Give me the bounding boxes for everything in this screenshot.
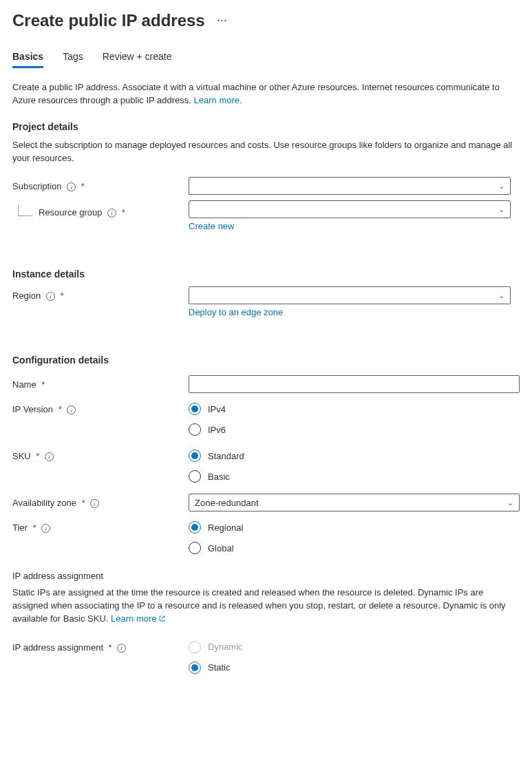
info-icon[interactable]: i [90,499,99,508]
project-desc: Select the subscription to manage deploy… [12,139,520,165]
name-input[interactable] [189,375,520,393]
intro-learn-more-link[interactable]: Learn more. [194,95,242,105]
name-label: Name * [12,375,189,390]
info-icon[interactable]: i [67,405,76,414]
radio-disabled-icon [189,641,201,653]
availability-zone-dropdown[interactable]: Zone-redundant ⌄ [189,494,520,511]
required-marker: * [39,379,45,390]
section-project-heading: Project details [12,121,520,132]
resource-group-label-cell: Resource group i * [12,200,189,225]
ipassign-learn-more-link[interactable]: Learn more [111,613,165,624]
info-icon[interactable]: i [46,292,55,301]
resource-group-dropdown[interactable]: ⌄ [189,200,511,218]
chevron-down-icon: ⌄ [498,182,504,191]
section-config-heading: Configuration details [12,355,520,366]
intro-text: Create a public IP address. Associate it… [12,81,520,107]
radio-selected-icon [189,450,201,462]
required-marker: * [56,404,62,414]
chevron-down-icon: ⌄ [498,205,504,214]
chevron-down-icon: ⌄ [498,291,504,300]
ipversion-ipv6-radio[interactable]: IPv6 [189,423,520,436]
row-region: Region i * ⌄ Deploy to an edge zone [12,286,520,317]
row-availability-zone: Availability zone * i Zone-redundant ⌄ [12,494,520,513]
required-marker: * [30,522,36,533]
info-icon[interactable]: i [117,644,126,653]
subscription-label: Subscription i * [12,177,189,191]
title-text: Create public IP address [12,11,205,30]
section-instance-heading: Instance details [12,268,520,279]
tier-regional-radio[interactable]: Regional [189,521,520,534]
radio-selected-icon [189,662,201,674]
info-icon[interactable]: i [67,182,76,191]
page-title: Create public IP address ··· [12,11,520,30]
create-new-link[interactable]: Create new [189,221,520,231]
az-value: Zone-redundant [195,498,259,508]
ipversion-radio-group: IPv4 IPv6 [189,400,520,436]
row-tier: Tier * i Regional Global [12,518,520,554]
radio-icon [189,542,201,554]
tab-review-create[interactable]: Review + create [103,48,172,68]
ipversion-label: IP Version * i [12,400,189,414]
info-icon[interactable]: i [45,452,54,461]
radio-selected-icon [189,521,201,534]
deploy-edge-link[interactable]: Deploy to an edge zone [189,307,520,317]
sku-standard-radio[interactable]: Standard [189,450,520,462]
subscription-dropdown[interactable]: ⌄ [189,177,511,195]
radio-icon [189,470,201,483]
info-icon[interactable]: i [41,524,50,533]
sku-radio-group: Standard Basic [189,447,520,483]
sku-basic-radio[interactable]: Basic [189,470,520,483]
row-resource-group: Resource group i * ⌄ Create new [12,200,520,231]
tier-global-radio[interactable]: Global [189,542,520,554]
ipassign-static-radio[interactable]: Static [189,662,520,674]
tab-tags[interactable]: Tags [63,48,83,68]
required-marker: * [34,451,40,461]
radio-selected-icon [189,403,201,415]
tree-connector-icon [12,204,39,225]
row-name: Name * [12,375,520,394]
region-dropdown[interactable]: ⌄ [189,286,511,304]
ipassign-label: IP address assignment * i [12,638,189,653]
row-ipassign: IP address assignment * i Dynamic Static [12,638,520,674]
ipassign-radio-group: Dynamic Static [189,638,520,674]
region-label: Region i * [12,286,189,301]
more-icon[interactable]: ··· [217,15,228,26]
info-icon[interactable]: i [107,209,116,218]
az-label: Availability zone * i [12,494,189,508]
required-marker: * [106,642,112,653]
ipassign-heading: IP address assignment [12,571,520,581]
tier-label: Tier * i [12,518,189,533]
sku-label: SKU * i [12,447,189,461]
external-link-icon [158,615,166,622]
required-marker: * [81,181,85,191]
radio-icon [189,423,201,436]
required-marker: * [60,291,63,301]
row-subscription: Subscription i * ⌄ [12,177,520,196]
ipassign-desc: Static IPs are assigned at the time the … [12,587,520,626]
tab-basics[interactable]: Basics [12,48,43,68]
ipassign-dynamic-radio: Dynamic [189,641,520,653]
row-ipversion: IP Version * i IPv4 IPv6 [12,400,520,436]
chevron-down-icon: ⌄ [507,498,513,507]
required-marker: * [122,207,125,218]
required-marker: * [79,498,85,508]
tabs: Basics Tags Review + create [12,48,520,69]
row-sku: SKU * i Standard Basic [12,447,520,483]
ipversion-ipv4-radio[interactable]: IPv4 [189,403,520,415]
tier-radio-group: Regional Global [189,518,520,554]
